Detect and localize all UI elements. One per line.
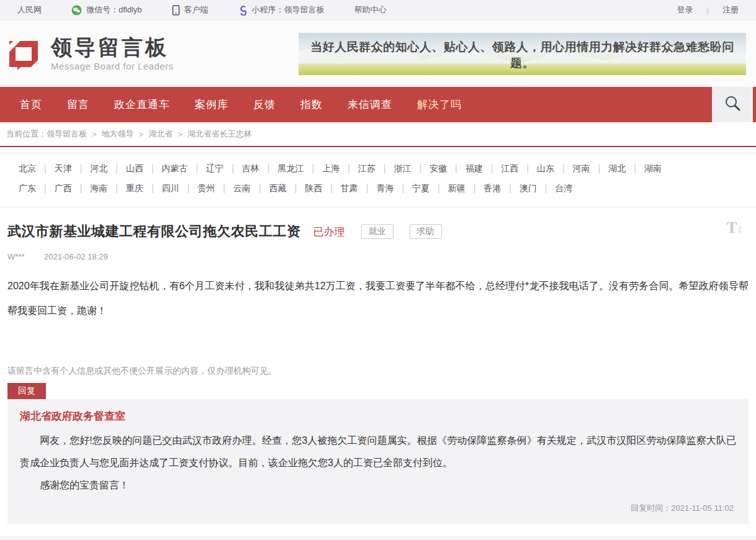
province-link[interactable]: 西藏 [269, 183, 286, 193]
wechat-label: 微信号：dfldlyb [86, 4, 142, 16]
post-body: 2020年我在新基业公司开旋挖钻机，有6个月工资未付，我和我徒弟共12万工资，我… [0, 261, 756, 323]
nav-item[interactable]: 解决了吗 [417, 99, 462, 110]
province-separator: | [44, 183, 47, 193]
province-link[interactable]: 四川 [162, 183, 179, 193]
client-link[interactable]: 客户端 [172, 4, 209, 16]
banner-attribution: ——习近平在西藏考察时强调 [299, 71, 746, 75]
font-size-icon[interactable]: T↕ [726, 218, 742, 237]
reply-time-label: 回复时间： [631, 503, 671, 513]
register-link[interactable]: 注册 [722, 4, 739, 16]
breadcrumb-item-local-leaders[interactable]: 地方领导 [102, 128, 134, 140]
province-link[interactable]: 辽宁 [206, 163, 223, 173]
province-link[interactable]: 上海 [322, 163, 340, 173]
province-separator: | [196, 163, 199, 173]
nav-item[interactable]: 首页 [20, 99, 42, 110]
province-separator: | [187, 183, 190, 193]
logo-title: 领导留言板 [51, 37, 174, 58]
miniprogram-label: 小程序：领导留言板 [252, 4, 325, 16]
province-link[interactable]: 江苏 [358, 163, 376, 173]
reply-thanks: 感谢您的宝贵留言！ [20, 474, 736, 497]
nav-item[interactable]: 指数 [300, 99, 323, 110]
province-separator: | [259, 183, 261, 193]
province-separator: | [455, 163, 457, 173]
breadcrumb-separator: > [92, 130, 97, 139]
status-badge: 已办理 [313, 225, 345, 239]
breadcrumb-item-home[interactable]: 领导留言板 [47, 128, 87, 140]
province-link[interactable]: 山东 [537, 163, 554, 173]
province-link[interactable]: 山西 [126, 163, 143, 173]
post-header: 武汉市新基业城建工程有限公司拖欠农民工工资 已办理 就业 求助 T↕ [0, 207, 756, 241]
tag-help[interactable]: 求助 [410, 224, 442, 239]
province-separator: | [438, 183, 440, 193]
province-link[interactable]: 湖南 [644, 163, 662, 173]
province-link[interactable]: 浙江 [394, 163, 411, 173]
province-separator: | [348, 163, 350, 173]
province-link[interactable]: 海南 [90, 183, 107, 193]
tag-employment[interactable]: 就业 [361, 224, 394, 239]
province-separator: | [384, 163, 386, 173]
reply-time-value: 2021-11-05 11:02 [671, 503, 734, 513]
search-icon [723, 94, 742, 115]
province-link[interactable]: 贵州 [197, 183, 215, 193]
site-logo[interactable]: 领导留言板 Message Board for Leaders [7, 37, 299, 71]
post-title: 武汉市新基业城建工程有限公司拖欠农民工工资 [7, 222, 301, 241]
message-board-logo-icon [7, 37, 42, 71]
top-utility-bar: 人民网 微信号：dfldlyb 客户端 小程序：领导留言板 帮助中心 登录 | … [0, 0, 756, 20]
province-separator: | [545, 183, 547, 193]
breadcrumb-separator: > [178, 130, 182, 139]
province-link[interactable]: 福建 [466, 163, 483, 173]
province-separator: | [474, 183, 476, 193]
reply-org-name: 湖北省政府政务督查室 [20, 409, 736, 423]
province-link[interactable]: 吉林 [242, 163, 259, 173]
province-link[interactable]: 重庆 [126, 183, 143, 193]
nav-item[interactable]: 案例库 [195, 99, 228, 110]
logo-subtitle: Message Board for Leaders [51, 61, 174, 71]
breadcrumb-item-governor[interactable]: 湖北省省长王忠林 [187, 128, 252, 140]
province-link[interactable]: 北京 [19, 163, 36, 173]
province-link[interactable]: 台湾 [556, 183, 573, 193]
banner-quote: 当好人民群众的知心人、贴心人、领路人，用心用情用力解决好群众急难愁盼问题。 [299, 33, 746, 71]
province-separator: | [312, 163, 314, 173]
province-link[interactable]: 安徽 [430, 163, 447, 173]
nav-menu: 首页留言政企直通车案例库反馈指数来信调查解决了吗 [20, 97, 487, 112]
province-link[interactable]: 内蒙古 [162, 163, 188, 173]
province-link[interactable]: 云南 [233, 183, 251, 193]
login-register-divider: | [707, 6, 709, 15]
province-link[interactable]: 广东 [19, 183, 36, 193]
province-link[interactable]: 青海 [376, 183, 394, 193]
province-link[interactable]: 新疆 [448, 183, 466, 193]
province-nav: 北京|天津|河北|山西|内蒙古|辽宁|吉林|黑龙江|上海|江苏|浙江|安徽|福建… [0, 147, 756, 207]
province-link[interactable]: 陕西 [305, 183, 322, 193]
help-center-link[interactable]: 帮助中心 [354, 4, 387, 16]
nav-item[interactable]: 反馈 [253, 99, 276, 110]
search-button[interactable] [712, 87, 753, 122]
miniprogram-link[interactable]: 小程序：领导留言板 [238, 4, 325, 16]
reply-box: 湖北省政府政务督查室 网友，您好!您反映的问题已交由武汉市政府办理。经查，您3人… [7, 399, 749, 524]
province-link[interactable]: 澳门 [520, 183, 537, 193]
province-link[interactable]: 宁夏 [412, 183, 430, 193]
province-link[interactable]: 河北 [90, 163, 107, 173]
post-meta: W*** 2021-06-02 18:29 [0, 241, 756, 261]
peoples-net-label: 人民网 [17, 4, 42, 16]
nav-item[interactable]: 政企直通车 [114, 99, 170, 110]
province-link[interactable]: 香港 [484, 183, 501, 193]
province-link[interactable]: 甘肃 [341, 183, 358, 193]
wechat-icon [71, 5, 82, 16]
province-link[interactable]: 黑龙江 [277, 163, 304, 173]
province-separator: | [44, 163, 47, 173]
province-separator: | [419, 163, 421, 173]
nav-item[interactable]: 来信调查 [348, 99, 392, 110]
province-link[interactable]: 天津 [55, 163, 72, 173]
province-separator: | [151, 183, 154, 193]
login-link[interactable]: 登录 [677, 4, 693, 16]
nav-item[interactable]: 留言 [67, 99, 89, 110]
province-link[interactable]: 江西 [501, 163, 518, 173]
province-link[interactable]: 河南 [573, 163, 590, 173]
province-separator: | [232, 163, 234, 173]
breadcrumb-separator: > [139, 130, 144, 139]
province-link[interactable]: 湖北 [608, 163, 626, 173]
peoples-net-link[interactable]: 人民网 [17, 4, 42, 16]
province-link[interactable]: 广西 [55, 183, 72, 193]
reply-tab[interactable]: 回复 [7, 383, 46, 399]
breadcrumb-item-hubei[interactable]: 湖北省 [148, 128, 173, 140]
